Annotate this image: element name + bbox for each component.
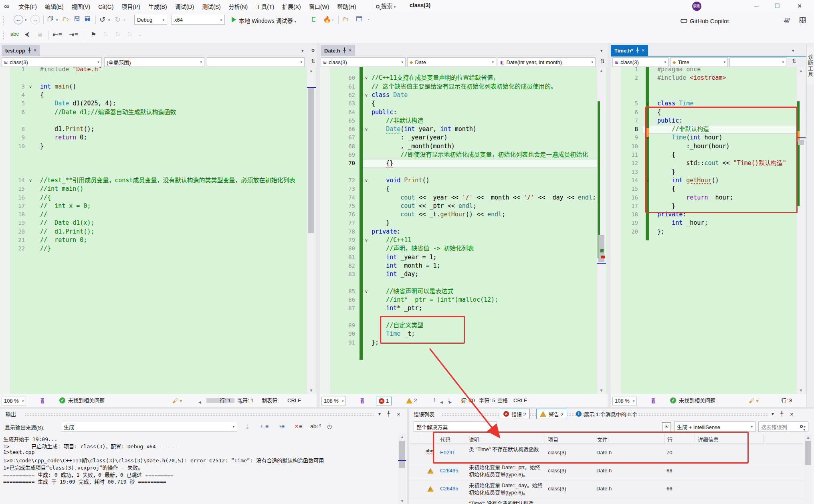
scroll-up-arrow[interactable]: ▲	[806, 435, 811, 439]
timestamp-icon[interactable]: ◷	[327, 423, 332, 429]
code-editor[interactable]: 60∨//C++11支持在成员变量声明的位置给缺省值，61// 这个缺省值主要是…	[320, 67, 608, 394]
menu-2[interactable]: 编辑(E)	[41, 0, 68, 13]
fold-marker-icon[interactable]: ∨	[365, 91, 368, 99]
menu-13[interactable]: 帮助(H)	[333, 0, 360, 13]
zoom-level-dropdown[interactable]: 108 %▾	[321, 397, 346, 405]
platform-dropdown[interactable]: x64▾	[172, 15, 225, 25]
feedback-icon[interactable]: 🙫	[800, 17, 806, 24]
menu-5[interactable]: 项目(P)	[117, 0, 144, 13]
split-window-icon[interactable]: ⇅	[600, 58, 605, 64]
scroll-down-arrow[interactable]: ▼	[798, 388, 804, 393]
members-dropdown[interactable]: (全局范围)▾	[104, 57, 204, 67]
previous-bookmark-button[interactable]: ⚐	[103, 31, 108, 38]
next-message-icon[interactable]: ⇒≡	[277, 423, 285, 429]
copilot-status[interactable]: GitHub Copilot	[681, 16, 729, 26]
split-window-icon[interactable]: ⇅	[311, 58, 315, 64]
menu-8[interactable]: 测试(S)	[198, 0, 225, 13]
fold-marker-icon[interactable]: ∨	[365, 125, 368, 133]
pane-splitter[interactable]	[317, 43, 320, 407]
undo-button[interactable]: ↺	[99, 15, 105, 24]
panel-dropdown-icon[interactable]: ▾	[378, 411, 381, 417]
intellisense-icon[interactable]: 🯄	[652, 397, 655, 405]
start-debugging-icon[interactable]	[232, 17, 236, 22]
scrollbar-thumb[interactable]	[308, 88, 314, 233]
scroll-left-arrow[interactable]: ◀	[198, 398, 201, 406]
save-button[interactable]: 🖫	[74, 16, 80, 23]
signature-dropdown[interactable]: ▾	[207, 57, 305, 67]
pane-splitter[interactable]	[608, 43, 611, 407]
next-bookmark-button[interactable]: ⚐	[115, 31, 120, 38]
prev-message-icon[interactable]: ⇐≡	[261, 423, 269, 429]
editor-scrollbar[interactable]: ▲▼	[307, 67, 316, 394]
intellisense-icon[interactable]: 🯄	[41, 397, 44, 405]
search-error-list-input[interactable]: 搜索错误列 ▾	[758, 421, 808, 432]
gear-icon[interactable]: ⚙	[311, 48, 315, 53]
signature-dropdown[interactable]: ▾	[729, 57, 786, 67]
clear-all-icon[interactable]: ✕≡	[294, 423, 302, 429]
panel-close-icon[interactable]: ×	[397, 411, 400, 417]
source-filter-dropdown[interactable]: 生成 + IntelliSense▾	[674, 421, 755, 432]
hot-reload-button[interactable]: 🔥	[323, 16, 331, 23]
zoom-level-dropdown[interactable]: 108 %▾	[2, 397, 26, 405]
output-source-dropdown[interactable]: 生成▾	[61, 422, 237, 431]
panel-pin-icon[interactable]: ╀	[387, 411, 390, 417]
new-project-dropdown[interactable]: ▾	[56, 18, 58, 22]
fold-marker-icon[interactable]: ∨	[365, 287, 368, 296]
scroll-up-arrow[interactable]: ▲	[798, 69, 804, 73]
panel-close-icon[interactable]: ×	[790, 411, 794, 417]
panel-dropdown-icon[interactable]: ▾	[772, 411, 774, 417]
menu-1[interactable]: 文件(F)	[14, 0, 41, 13]
pin-icon[interactable]: ╀	[28, 48, 31, 53]
new-project-button[interactable]: 🗇	[47, 16, 54, 23]
search-menu[interactable]: 搜索 ▾	[376, 2, 396, 10]
open-file-button[interactable]: 🗁	[63, 16, 69, 23]
find-in-files-button[interactable]: 🗀	[342, 16, 349, 23]
jump-to-output-icon[interactable]: ⤓	[246, 423, 248, 430]
filter-icon[interactable]: ⛨	[662, 422, 671, 431]
clear-bookmarks-button[interactable]: ⚐	[127, 31, 132, 38]
close-button[interactable]: ×	[790, 0, 809, 12]
error-code-link[interactable]: C26495	[440, 486, 459, 492]
members-dropdown[interactable]: ◆Time▾	[670, 57, 728, 67]
scroll-down-arrow[interactable]: ▼	[599, 388, 604, 393]
column-separator[interactable]	[421, 434, 421, 444]
output-log[interactable]: 生成开始于 19:09...1>------ 已启动生成: 项目: class(…	[0, 433, 399, 500]
select-mode-button[interactable]: ⮜	[25, 31, 29, 38]
solution-explorer-button[interactable]: 🗔	[356, 16, 362, 23]
fold-marker-icon[interactable]: ∨	[365, 74, 368, 82]
error-row[interactable]: !C26495未初始化变量 Date::_ptr。始终初始化成员变量(type.…	[410, 462, 804, 480]
error-list-scrollbar[interactable]: ▲	[804, 434, 812, 504]
output-scrollbar[interactable]: ▲ ▼	[398, 433, 406, 504]
toolbar-grip[interactable]	[2, 31, 4, 40]
error-row[interactable]: ✕“Time”: 没有合适的默认构造	[410, 498, 804, 504]
tab-diagnostic-tools[interactable]: 诊断工具	[807, 47, 814, 84]
split-window-icon[interactable]: ⇅	[792, 58, 796, 64]
minimize-button[interactable]: ─	[747, 0, 766, 12]
types-dropdown[interactable]: ⊞class(3)▾	[321, 57, 406, 67]
scrollbar-thumb[interactable]	[805, 441, 811, 465]
menu-7[interactable]: 调试(D)	[171, 0, 198, 13]
unindent-button[interactable]: ⇤≡	[53, 31, 62, 38]
types-dropdown[interactable]: ⊞class(3)▾	[612, 57, 669, 67]
redo-button[interactable]: ↻	[115, 15, 121, 24]
tab-Time.h*[interactable]: Time.h*╀×	[611, 45, 648, 56]
navigate-forward-button[interactable]: →	[30, 15, 40, 24]
prev-issue-arrow[interactable]: ↑	[433, 396, 436, 404]
fold-marker-icon[interactable]: ∨	[365, 236, 368, 244]
word-wrap-icon[interactable]: ab⏎	[310, 423, 321, 429]
navigate-back-dropdown[interactable]: ▾	[25, 18, 27, 22]
code-cleanup-icon[interactable]: 🖌 ▾	[172, 397, 182, 405]
scroll-down-arrow[interactable]: ▼	[309, 388, 314, 393]
tab-list-dropdown[interactable]: ▾	[600, 48, 603, 53]
menu-10[interactable]: 工具(T)	[252, 0, 278, 13]
toolbar-grip[interactable]	[2, 16, 4, 24]
scroll-down-arrow[interactable]: ▼	[400, 499, 405, 503]
scope-dropdown[interactable]: 整个解决方案▾	[414, 421, 497, 432]
pin-icon[interactable]: ╀	[343, 48, 346, 53]
scrollbar-thumb[interactable]	[399, 441, 405, 468]
redo-dropdown[interactable]: ▾	[123, 18, 125, 22]
start-debugging-button[interactable]: 本地 Windows 调试器 ▾	[239, 16, 296, 24]
panel-pin-icon[interactable]: ╀	[780, 411, 783, 417]
close-tab-icon[interactable]: ×	[642, 48, 644, 53]
scrollbar-thumb[interactable]	[798, 140, 804, 145]
